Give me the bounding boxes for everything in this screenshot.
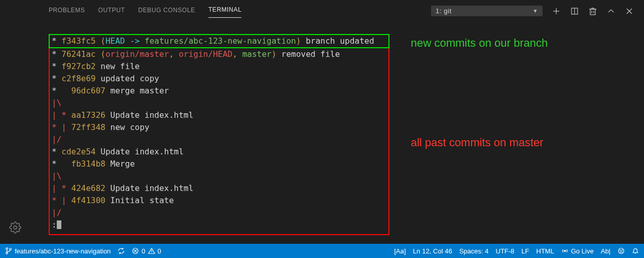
status-bar: features/abc-123-new-navigation 0 0 [Aa]… — [0, 244, 644, 258]
tab-terminal[interactable]: TERMINAL — [208, 4, 241, 18]
error-icon — [132, 247, 139, 254]
status-problems[interactable]: 0 0 — [132, 247, 161, 255]
settings-gear-icon[interactable] — [9, 221, 21, 236]
log-line: |/ — [52, 134, 386, 146]
tab-output[interactable]: OUTPUT — [98, 5, 125, 18]
status-warning-count: 0 — [158, 247, 161, 255]
status-golive-label: Go Live — [571, 247, 594, 255]
panel-header: PROBLEMS OUTPUT DEBUG CONSOLE TERMINAL 1… — [0, 0, 644, 18]
terminal-selected-label: 1: git — [436, 7, 452, 15]
tab-problems[interactable]: PROBLEMS — [49, 5, 85, 18]
status-feedback[interactable] — [618, 247, 625, 254]
terminal-output[interactable]: * f343fc5 (HEAD -> features/abc-123-new-… — [0, 18, 644, 244]
status-branch-name: features/abc-123-new-navigation — [15, 247, 111, 255]
log-line: * f927cb2 new file — [52, 60, 386, 73]
status-sync[interactable] — [118, 247, 125, 254]
log-line: |/ — [52, 207, 386, 219]
status-notifications[interactable] — [632, 247, 639, 254]
log-line: | * 424e682 Update index.html — [52, 182, 386, 195]
split-terminal-button[interactable] — [570, 7, 579, 16]
maximize-panel-button[interactable] — [606, 7, 616, 16]
close-panel-button[interactable] — [625, 7, 634, 16]
svg-point-21 — [619, 248, 624, 254]
chevron-down-icon: ▼ — [533, 8, 539, 14]
status-eol[interactable]: LF — [521, 247, 529, 255]
svg-point-12 — [6, 248, 8, 250]
log-line: * | 4f41300 Initial state — [52, 195, 386, 207]
log-line: * cde2e54 Update index.html — [52, 146, 386, 158]
status-indent[interactable]: Spaces: 4 — [459, 247, 489, 255]
broadcast-icon — [561, 247, 568, 254]
status-encoding[interactable]: UTF-8 — [496, 247, 515, 255]
svg-point-20 — [564, 250, 566, 252]
log-line-head: * f343fc5 (HEAD -> features/abc-123-new-… — [52, 35, 386, 47]
tab-debug-console[interactable]: DEBUG CONSOLE — [138, 5, 195, 18]
log-line: * 96dc607 merge master — [52, 85, 386, 97]
annotation-past-commits: all past commits on master — [411, 136, 544, 149]
new-terminal-button[interactable] — [552, 7, 561, 16]
terminal-selector[interactable]: 1: git ▼ — [431, 6, 543, 16]
log-line: : — [52, 219, 386, 231]
log-line: * fb314b8 Merge — [52, 158, 386, 170]
log-line: * | 72ff348 new copy — [52, 121, 386, 134]
log-line: * c2f8e69 updated copy — [52, 73, 386, 85]
highlight-new-commits: * f343fc5 (HEAD -> features/abc-123-new-… — [49, 34, 389, 48]
svg-point-11 — [14, 226, 17, 229]
log-line: |\ — [52, 170, 386, 182]
branch-icon — [5, 247, 12, 254]
log-line: | * aa17326 Update index.html — [52, 109, 386, 121]
svg-point-22 — [620, 250, 621, 250]
annotation-new-commits: new commits on our branch — [411, 37, 548, 50]
status-golive[interactable]: Go Live — [561, 247, 594, 255]
bell-icon — [632, 247, 639, 254]
kill-terminal-button[interactable] — [588, 7, 597, 16]
feedback-icon — [618, 247, 625, 254]
svg-point-23 — [622, 250, 622, 250]
terminal-cursor — [57, 220, 61, 229]
log-line: * 76241ac (origin/master, origin/HEAD, m… — [52, 48, 386, 60]
status-spellcheck[interactable]: Ab| — [601, 247, 611, 255]
status-error-count: 0 — [141, 247, 145, 255]
status-language[interactable]: HTML — [536, 247, 554, 255]
svg-point-14 — [10, 248, 12, 250]
highlight-past-commits: * 76241ac (origin/master, origin/HEAD, m… — [49, 48, 389, 235]
log-line: |\ — [52, 97, 386, 109]
status-case[interactable]: [Aa] — [394, 247, 406, 255]
warning-icon — [148, 247, 155, 254]
status-cursor[interactable]: Ln 12, Col 46 — [413, 247, 452, 255]
status-branch[interactable]: features/abc-123-new-navigation — [5, 247, 111, 255]
svg-rect-4 — [590, 9, 595, 15]
sync-icon — [118, 247, 125, 254]
